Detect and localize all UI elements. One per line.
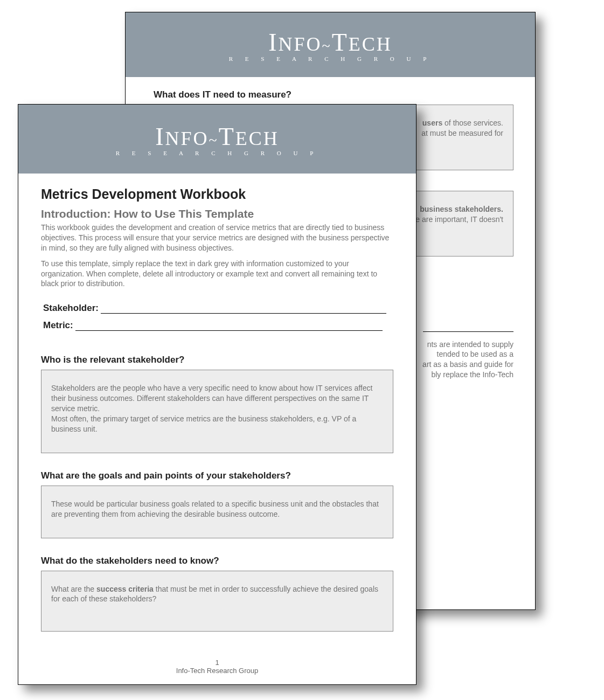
page-subtitle: Introduction: How to Use This Template bbox=[41, 207, 393, 220]
section2-heading: What are the goals and pain points of yo… bbox=[41, 470, 393, 481]
page-footer: 1 Info-Tech Research Group bbox=[18, 659, 416, 675]
logo-banner: INFO~TECH R E S E A R C H G R O U P bbox=[126, 12, 535, 77]
section2-box: These would be particular business goals… bbox=[41, 486, 393, 538]
metric-input-line[interactable] bbox=[75, 323, 383, 331]
logo-banner: INFO~TECH R E S E A R C H G R O U P bbox=[18, 105, 416, 174]
metric-label: Metric: bbox=[43, 320, 73, 331]
page-number: 1 bbox=[18, 659, 416, 667]
intro-paragraph-1: This workbook guides the development and… bbox=[41, 223, 393, 253]
logo-subtext: R E S E A R C H G R O U P bbox=[229, 56, 432, 62]
section1-heading: Who is the relevant stakeholder? bbox=[41, 355, 393, 365]
logo-subtext: R E S E A R C H G R O U P bbox=[116, 150, 319, 156]
logo-text: INFO~TECH bbox=[155, 122, 279, 151]
footer-org: Info-Tech Research Group bbox=[18, 667, 416, 675]
stakeholder-label: Stakeholder: bbox=[43, 303, 99, 314]
section3-box: What are the success criteria that must … bbox=[41, 571, 393, 632]
divider-line bbox=[423, 331, 513, 332]
logo-text: INFO~TECH bbox=[268, 28, 392, 57]
stakeholder-input-line[interactable] bbox=[101, 306, 386, 314]
section1-box: Stakeholders are the people who have a v… bbox=[41, 370, 393, 453]
intro-paragraph-2: To use this template, simply replace the… bbox=[41, 259, 393, 289]
section3-heading: What do the stakeholders need to know? bbox=[41, 556, 393, 566]
document-page-1: INFO~TECH R E S E A R C H G R O U P Metr… bbox=[18, 104, 416, 685]
page-title: Metrics Development Workbook bbox=[41, 186, 393, 202]
p2-q1-heading: What does IT need to measure? bbox=[154, 89, 513, 100]
